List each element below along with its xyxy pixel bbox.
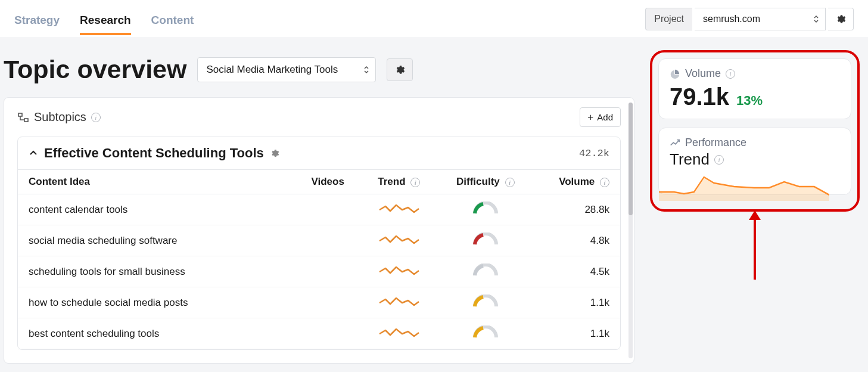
gear-icon (835, 14, 846, 24)
volume-cell: 1.1k (533, 318, 620, 349)
trend-cell (360, 256, 437, 287)
trend-sparkline (659, 171, 829, 201)
table-row[interactable]: social media scheduling software4.8k (18, 225, 620, 256)
volume-label: Volume (685, 67, 721, 80)
volume-pct: 13% (736, 93, 763, 108)
trend-cell (360, 318, 437, 349)
idea-cell: best content scheduling tools (18, 318, 295, 349)
highlight-callout: Volume i 79.1k 13% Performance Trend i (650, 50, 860, 212)
trend-cell (360, 225, 437, 256)
difficulty-cell (437, 256, 533, 287)
videos-cell (295, 194, 360, 225)
group-header[interactable]: Effective Content Scheduling Tools 42.2k (18, 137, 620, 170)
gear-icon (394, 64, 405, 75)
pie-icon (670, 69, 680, 79)
difficulty-cell (437, 225, 533, 256)
sparkline-icon (378, 232, 420, 246)
content-area: Topic overview Social Media Marketing To… (0, 38, 868, 372)
subtopics-label: Subtopics i (17, 110, 101, 124)
scrollbar[interactable] (629, 103, 633, 358)
idea-cell: social media scheduling software (18, 225, 295, 256)
group-title: Effective Content Scheduling Tools (44, 145, 264, 161)
subtopics-panel: Subtopics i + Add Effective Content Sche… (4, 97, 634, 364)
volume-cell: 4.8k (533, 225, 620, 256)
project-value: semrush.com (703, 14, 760, 24)
info-icon[interactable]: i (410, 178, 420, 187)
gauge-icon (472, 294, 499, 308)
info-icon[interactable]: i (91, 113, 101, 122)
plus-icon: + (587, 112, 593, 122)
subtopics-panel-header: Subtopics i + Add (4, 98, 634, 137)
volume-cell: 4.5k (533, 256, 620, 287)
videos-cell (295, 287, 360, 318)
table-row[interactable]: content calendar tools28.8k (18, 194, 620, 225)
idea-cell: content calendar tools (18, 194, 295, 225)
tab-strategy[interactable]: Strategy (14, 3, 60, 35)
gauge-icon (472, 232, 499, 246)
idea-cell: how to schedule social media posts (18, 287, 295, 318)
col-volume[interactable]: Volume i (533, 170, 620, 194)
sparkline-icon (378, 326, 420, 339)
col-difficulty-label: Difficulty (456, 176, 500, 187)
performance-label: Performance (685, 137, 746, 149)
group-volume: 42.2k (579, 148, 609, 159)
volume-cell: 28.8k (533, 194, 620, 225)
svg-rect-0 (18, 113, 22, 116)
gauge-icon (472, 326, 499, 339)
sort-caret-icon (813, 15, 819, 23)
difficulty-cell (437, 194, 533, 225)
nav-tabs: Strategy Research Content (14, 0, 194, 38)
page-title: Topic overview (4, 55, 186, 84)
add-subtopic-button[interactable]: + Add (580, 107, 621, 127)
project-label: Project (645, 8, 692, 30)
info-icon[interactable]: i (726, 69, 735, 79)
project-settings-button[interactable] (828, 8, 854, 30)
col-videos[interactable]: Videos (295, 170, 360, 194)
subtopics-text: Subtopics (34, 110, 86, 124)
sparkline-icon (378, 264, 420, 277)
ideas-table-wrap: Effective Content Scheduling Tools 42.2k… (17, 137, 621, 350)
idea-cell: scheduling tools for small business (18, 256, 295, 287)
tab-content[interactable]: Content (151, 3, 194, 35)
table-row[interactable]: best content scheduling tools1.1k (18, 318, 620, 349)
subtopics-icon (17, 111, 29, 123)
table-row[interactable]: how to schedule social media posts1.1k (18, 287, 620, 318)
trend-up-icon (670, 138, 680, 148)
topic-value: Social Media Marketing Tools (206, 64, 338, 76)
project-select[interactable]: semrush.com (695, 8, 826, 30)
performance-card: Performance Trend i (658, 128, 851, 195)
gauge-icon (472, 264, 499, 277)
trend-label: Trend (670, 150, 710, 169)
info-icon[interactable]: i (600, 178, 609, 187)
col-content-idea[interactable]: Content Idea (18, 170, 295, 194)
table-row[interactable]: scheduling tools for small business4.5k (18, 256, 620, 287)
col-volume-label: Volume (559, 176, 595, 187)
tab-research[interactable]: Research (80, 3, 131, 35)
col-difficulty[interactable]: Difficulty i (437, 170, 533, 194)
videos-cell (295, 256, 360, 287)
topic-settings-button[interactable] (387, 58, 413, 81)
info-icon[interactable]: i (505, 178, 515, 187)
volume-card: Volume i 79.1k 13% (658, 58, 851, 119)
videos-cell (295, 225, 360, 256)
add-label: Add (597, 112, 613, 122)
videos-cell (295, 318, 360, 349)
sparkline-icon (378, 294, 420, 308)
scrollbar-thumb[interactable] (629, 103, 633, 215)
sparkline-icon (378, 202, 420, 215)
gear-icon[interactable] (270, 148, 279, 158)
page-header: Topic overview Social Media Marketing To… (4, 46, 634, 97)
difficulty-cell (437, 287, 533, 318)
arrow-up-icon (746, 209, 763, 281)
chevron-up-icon (29, 148, 38, 158)
sort-caret-icon (363, 66, 369, 74)
trend-cell (360, 194, 437, 225)
difficulty-cell (437, 318, 533, 349)
gauge-icon (472, 202, 499, 215)
col-trend[interactable]: Trend i (360, 170, 437, 194)
topic-select[interactable]: Social Media Marketing Tools (197, 57, 376, 82)
info-icon[interactable]: i (714, 155, 724, 165)
ideas-table: Content Idea Videos Trend i Difficulty i (18, 170, 620, 349)
main-column: Topic overview Social Media Marketing To… (4, 46, 634, 364)
volume-value: 79.1k (670, 83, 729, 110)
